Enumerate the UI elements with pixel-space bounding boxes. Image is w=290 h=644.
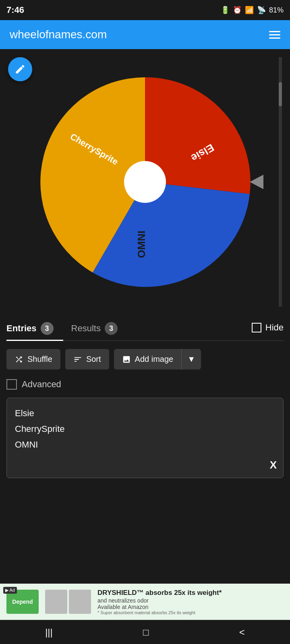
- image-icon: [122, 355, 131, 364]
- fab-edit-button[interactable]: [8, 57, 32, 81]
- ad-image-group: [45, 590, 91, 614]
- wheel-pointer: [250, 175, 263, 189]
- alarm-icon: ⏰: [233, 6, 242, 14]
- advanced-label: Advanced: [22, 379, 61, 390]
- entries-box[interactable]: Elsie CherrySprite OMNI X: [6, 398, 284, 478]
- sort-label: Sort: [86, 355, 101, 364]
- add-image-button[interactable]: Add image: [114, 349, 182, 369]
- sort-button[interactable]: Sort: [65, 349, 109, 369]
- ad-img-2: [69, 590, 91, 614]
- advanced-row: Advanced: [6, 376, 284, 398]
- tab-results[interactable]: Results 3: [63, 315, 127, 341]
- tab-entries[interactable]: Entries 3: [6, 315, 63, 341]
- entry-elsie: Elsie: [15, 406, 275, 420]
- home-button[interactable]: □: [131, 623, 161, 642]
- tabs-row: Entries 3 Results 3 Hide: [6, 315, 284, 341]
- status-time: 7:46: [6, 5, 24, 15]
- wheel-center: [124, 161, 166, 203]
- wheel-container[interactable]: CherrySprite CherrySprite Elsie OMNI: [8, 57, 282, 307]
- pencil-icon: [14, 64, 26, 75]
- bottom-nav: ||| □ <: [0, 620, 290, 644]
- text-omni: OMNI: [135, 231, 147, 258]
- ad-sub2: Available at Amazon: [97, 604, 284, 610]
- sort-icon: [73, 355, 82, 364]
- status-bar: 7:46 🔋 ⏰ 📶 📡 81%: [0, 0, 290, 20]
- hide-label: Hide: [265, 322, 284, 333]
- tab-entries-badge: 3: [41, 322, 54, 335]
- app-header: wheelofnames.com: [0, 20, 290, 49]
- battery-percent: 81%: [269, 6, 284, 14]
- shuffle-icon: [14, 355, 23, 364]
- hide-checkbox[interactable]: [252, 323, 261, 332]
- buttons-row: Shuffle Sort Add image ▼: [6, 341, 284, 376]
- recents-button[interactable]: |||: [33, 623, 65, 642]
- entry-cherrysprite: CherrySprite: [15, 422, 275, 436]
- status-icons: 🔋 ⏰ 📶 📡 81%: [221, 6, 284, 14]
- hide-section[interactable]: Hide: [252, 322, 284, 333]
- ad-brand: Depend: [12, 599, 33, 605]
- app-title: wheelofnames.com: [10, 28, 107, 41]
- wifi-icon: 📶: [245, 6, 254, 14]
- tab-entries-label: Entries: [6, 323, 37, 334]
- scrollbar[interactable]: [279, 57, 282, 307]
- menu-button[interactable]: [269, 31, 280, 39]
- back-button[interactable]: <: [227, 623, 257, 642]
- signal-icon: 📡: [257, 6, 266, 14]
- advanced-checkbox[interactable]: [6, 379, 17, 390]
- wheel-wrapper[interactable]: CherrySprite CherrySprite Elsie OMNI: [32, 69, 258, 295]
- clear-button[interactable]: X: [270, 459, 277, 471]
- tab-results-label: Results: [71, 323, 101, 334]
- ad-img-1: [45, 590, 67, 614]
- ad-badge: ▶ Ad: [3, 587, 17, 594]
- ad-text: DRYSHIELD™ absorbs 25x its weight* and n…: [97, 588, 284, 615]
- tabs-section: Entries 3 Results 3 Hide Shuffle Sort: [0, 315, 290, 478]
- ad-banner[interactable]: ▶ Ad Depend DRYSHIELD™ absorbs 25x its w…: [0, 584, 290, 620]
- main-content: CherrySprite CherrySprite Elsie OMNI: [0, 49, 290, 315]
- scrollbar-thumb: [279, 82, 282, 106]
- tab-results-badge: 3: [105, 322, 118, 335]
- shuffle-button[interactable]: Shuffle: [6, 349, 60, 369]
- entry-omni: OMNI: [15, 438, 275, 452]
- shuffle-label: Shuffle: [27, 355, 52, 364]
- battery-icon: 🔋: [221, 6, 230, 14]
- wheel-svg[interactable]: CherrySprite CherrySprite Elsie OMNI: [32, 69, 258, 295]
- add-image-label: Add image: [135, 355, 174, 364]
- ad-disclaimer: * Super absorbent material absorbs 25x i…: [97, 610, 284, 615]
- ad-subtext: and neutralizes odor: [97, 597, 284, 604]
- add-image-group: Add image ▼: [114, 349, 201, 369]
- ad-headline: DRYSHIELD™ absorbs 25x its weight*: [97, 588, 284, 597]
- label-group-omni: OMNI: [135, 231, 147, 258]
- add-image-dropdown-button[interactable]: ▼: [182, 349, 201, 369]
